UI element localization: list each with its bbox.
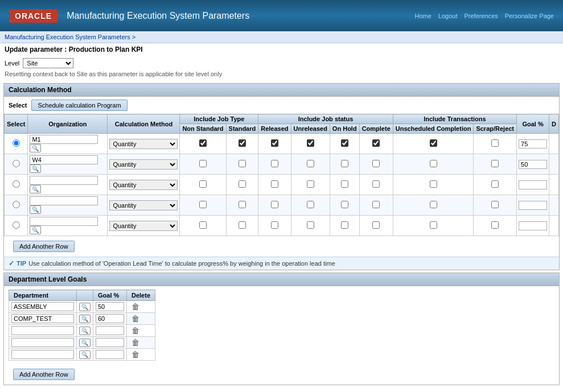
calc-row-unreleased-cb[interactable] <box>307 160 314 167</box>
calc-row-scrap-reject-cb[interactable] <box>491 139 499 147</box>
calc-row-on-hold-cb[interactable] <box>341 180 348 188</box>
dept-delete-button[interactable]: 🗑 <box>129 314 142 323</box>
dept-row-goal-input[interactable] <box>96 302 124 311</box>
dept-row-goal-input[interactable] <box>96 338 124 347</box>
dept-search-button[interactable]: 🔍 <box>79 315 91 323</box>
calc-row-goal-input[interactable] <box>519 221 547 230</box>
calc-row-radio[interactable] <box>13 180 20 188</box>
calc-row-radio[interactable] <box>13 221 20 229</box>
calc-row-complete-cb[interactable] <box>372 160 380 167</box>
th-org: Organization <box>28 114 108 134</box>
dept-row-goal-input[interactable] <box>96 326 124 335</box>
calc-row-org-input[interactable] <box>30 176 98 185</box>
calc-row-released-cb[interactable] <box>271 139 278 147</box>
calc-row-radio[interactable] <box>13 139 20 147</box>
calc-row-complete-cb[interactable] <box>372 221 380 229</box>
calc-row-non-standard-cb[interactable] <box>199 139 207 147</box>
calc-row-on-hold-cb[interactable] <box>341 139 348 147</box>
nav-home[interactable]: Home <box>414 13 431 19</box>
calc-method-select[interactable]: QuantityOperation Lead Time <box>109 200 178 211</box>
calc-method-select[interactable]: QuantityOperation Lead Time <box>109 159 178 170</box>
calc-row-unreleased-cb[interactable] <box>307 180 314 188</box>
calc-row-unscheduled-cb[interactable] <box>430 139 437 147</box>
dept-delete-button[interactable]: 🗑 <box>129 350 142 359</box>
dept-row-goal-input[interactable] <box>96 314 124 323</box>
calc-row-on-hold-cb[interactable] <box>341 221 348 229</box>
calc-row-unreleased-cb[interactable] <box>307 221 314 229</box>
calc-row-released-cb[interactable] <box>271 180 278 188</box>
calc-row-non-standard-cb[interactable] <box>199 160 207 167</box>
org-search-button[interactable]: 🔍 <box>30 226 41 234</box>
calc-row-standard-cb-cell <box>226 216 258 236</box>
org-search-button[interactable]: 🔍 <box>30 164 41 173</box>
calc-row-non-standard-cb[interactable] <box>199 221 207 229</box>
calc-table-row: 🔍QuantityOperation Lead Time <box>5 195 559 216</box>
calc-row-org-input[interactable] <box>30 196 98 205</box>
calc-row-scrap-reject-cb-cell <box>474 195 517 216</box>
calc-row-scrap-reject-cb[interactable] <box>491 221 499 229</box>
calc-row-goal-input[interactable] <box>519 201 547 210</box>
calc-row-standard-cb[interactable] <box>239 221 246 229</box>
add-row-button-calc[interactable]: Add Another Row <box>13 241 75 252</box>
dept-delete-button[interactable]: 🗑 <box>129 338 142 347</box>
calc-row-unscheduled-cb[interactable] <box>430 201 437 208</box>
breadcrumb-link[interactable]: Manufacturing Execution System Parameter… <box>5 34 130 40</box>
calc-row-scrap-reject-cb[interactable] <box>491 201 499 208</box>
nav-logout[interactable]: Logout <box>438 13 458 19</box>
calc-row-released-cb[interactable] <box>271 221 278 229</box>
calc-method-select[interactable]: QuantityOperation Lead Time <box>109 139 178 149</box>
calc-row-unscheduled-cb[interactable] <box>430 180 437 188</box>
nav-preferences[interactable]: Preferences <box>464 13 498 19</box>
calc-row-org-input[interactable] <box>30 135 98 144</box>
dept-search-button[interactable]: 🔍 <box>79 350 91 359</box>
dept-delete-button[interactable]: 🗑 <box>129 326 142 335</box>
calc-row-standard-cb[interactable] <box>239 139 246 147</box>
dept-row-dept-input[interactable] <box>11 314 74 323</box>
level-select[interactable]: Site Organization <box>23 58 73 68</box>
calc-row-unscheduled-cb[interactable] <box>430 221 437 229</box>
calc-row-scrap-reject-cb[interactable] <box>491 180 499 188</box>
calc-row-on-hold-cb[interactable] <box>341 160 348 167</box>
th-non-standard: Non Standard <box>180 124 226 134</box>
calc-row-released-cb[interactable] <box>271 201 278 208</box>
calc-row-complete-cb[interactable] <box>372 180 380 188</box>
dept-row-dept-input[interactable] <box>11 338 74 347</box>
calc-row-standard-cb[interactable] <box>239 180 246 188</box>
calc-row-complete-cb[interactable] <box>372 201 380 208</box>
org-search-button[interactable]: 🔍 <box>30 144 41 152</box>
calc-method-select[interactable]: QuantityOperation Lead Time <box>109 221 178 231</box>
nav-personalize[interactable]: Personalize Page <box>505 13 554 19</box>
calc-row-on-hold-cb[interactable] <box>341 201 348 208</box>
calc-row-org-input[interactable] <box>30 155 98 164</box>
dept-row-dept-input[interactable] <box>11 350 74 359</box>
dept-row-delete-cell: 🗑 <box>127 337 155 349</box>
schedule-calc-button[interactable]: Schedule calculation Program <box>31 100 127 111</box>
calc-method-select[interactable]: QuantityOperation Lead Time <box>109 180 178 190</box>
calc-row-non-standard-cb[interactable] <box>199 180 207 188</box>
dept-row-goal-input[interactable] <box>96 350 124 359</box>
dept-search-button[interactable]: 🔍 <box>79 327 91 335</box>
org-search-button[interactable]: 🔍 <box>30 205 41 214</box>
calc-row-released-cb[interactable] <box>271 160 278 167</box>
calc-row-complete-cb[interactable] <box>372 139 380 147</box>
calc-row-goal-input[interactable] <box>519 180 547 189</box>
calc-row-unscheduled-cb[interactable] <box>430 160 437 167</box>
dept-row-dept-input[interactable] <box>11 302 74 311</box>
calc-row-radio[interactable] <box>13 160 20 167</box>
calc-row-non-standard-cb[interactable] <box>199 201 207 208</box>
calc-row-org-input[interactable] <box>30 217 98 226</box>
dept-search-button[interactable]: 🔍 <box>79 339 91 347</box>
calc-row-unreleased-cb[interactable] <box>307 201 314 208</box>
calc-row-goal-input[interactable] <box>519 160 547 169</box>
dept-row-dept-input[interactable] <box>11 326 74 335</box>
org-search-button[interactable]: 🔍 <box>30 185 41 193</box>
calc-row-standard-cb[interactable] <box>239 160 246 167</box>
calc-row-unreleased-cb[interactable] <box>307 139 314 147</box>
calc-row-scrap-reject-cb[interactable] <box>491 160 499 167</box>
calc-row-radio[interactable] <box>13 201 20 208</box>
add-row-button-dept[interactable]: Add Another Row <box>13 369 75 380</box>
dept-search-button[interactable]: 🔍 <box>79 303 91 311</box>
calc-row-standard-cb[interactable] <box>239 201 246 208</box>
dept-delete-button[interactable]: 🗑 <box>129 302 142 311</box>
calc-row-goal-input[interactable] <box>519 139 547 148</box>
